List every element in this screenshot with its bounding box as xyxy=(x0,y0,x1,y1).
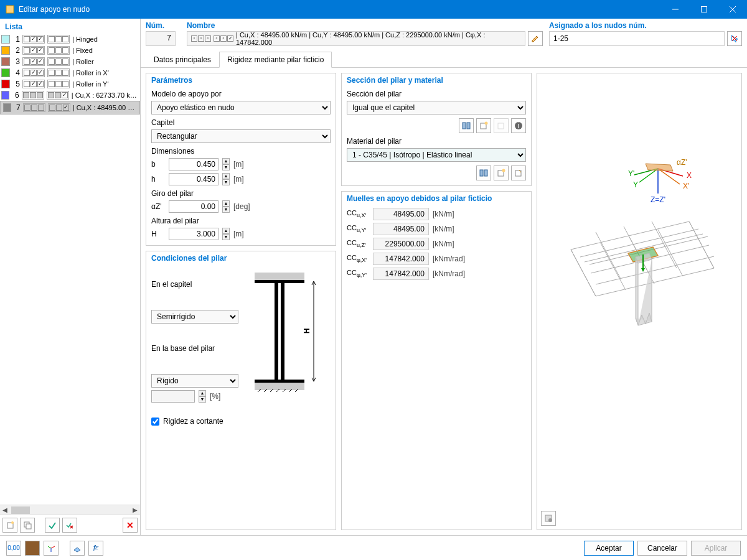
svg-rect-30 xyxy=(498,123,504,129)
list-item[interactable]: 5| Roller in Y' xyxy=(0,78,140,90)
tab-stiffness[interactable]: Rigidez mediante pilar ficticio xyxy=(219,52,332,68)
list-item[interactable]: 3| Roller xyxy=(0,56,140,67)
spring-row: CCφ,Y'147842.000[kNm/rad] xyxy=(347,268,526,280)
svg-point-29 xyxy=(485,122,488,125)
axis-button[interactable] xyxy=(44,541,59,556)
dim-b-spinner[interactable]: ▲▼ xyxy=(222,158,230,170)
svg-text:H: H xyxy=(303,328,311,334)
svg-rect-11 xyxy=(255,273,304,280)
svg-text:Y: Y xyxy=(633,180,638,189)
height-spinner[interactable]: ▲▼ xyxy=(222,228,230,240)
list-item[interactable]: 2| Fixed xyxy=(0,45,140,56)
function-button[interactable]: fE xyxy=(88,541,103,556)
preview-diagram: X X' Y' Y Z=Z' αZ' xyxy=(552,131,726,380)
copy-item-button[interactable] xyxy=(20,518,35,533)
svg-rect-2 xyxy=(702,7,707,12)
list-header: Lista xyxy=(0,19,140,34)
new-item-button[interactable] xyxy=(2,518,17,533)
svg-text:Z=Z': Z=Z' xyxy=(651,195,665,204)
edit-section-icon[interactable] xyxy=(494,118,509,133)
support-list[interactable]: 1| Hinged2| Fixed3| Roller4| Roller in X… xyxy=(0,34,140,505)
check-uncheck-button[interactable] xyxy=(62,518,77,533)
list-item[interactable]: 4| Roller in X' xyxy=(0,67,140,78)
library-icon[interactable] xyxy=(459,118,474,133)
left-panel: Lista 1| Hinged2| Fixed3| Roller4| Rolle… xyxy=(0,19,141,535)
parameters-group: Parámetros Modelo de apoyo por Apoyo elá… xyxy=(146,73,336,246)
column-diagram: H xyxy=(248,268,331,411)
pct-spinner: ▲▼ xyxy=(199,390,206,403)
svg-line-54 xyxy=(596,256,714,284)
dim-h-spinner[interactable]: ▲▼ xyxy=(222,173,230,185)
close-button[interactable] xyxy=(718,0,747,19)
cancel-button[interactable]: Cancelar xyxy=(637,541,687,556)
new-section-icon[interactable] xyxy=(476,118,491,133)
app-icon xyxy=(5,4,15,14)
horizontal-scrollbar[interactable]: ◀▶ xyxy=(0,505,140,515)
column-conditions-group: Condiciones del pilar En el capitel Semi… xyxy=(146,251,336,530)
angle-spinner[interactable]: ▲▼ xyxy=(222,200,230,213)
capitel-select[interactable]: Rectangular xyxy=(151,129,331,143)
model-view-button[interactable] xyxy=(70,541,85,556)
angle-input[interactable] xyxy=(169,200,218,213)
column-section-select[interactable]: Igual que el capitel xyxy=(347,101,526,114)
svg-line-58 xyxy=(51,546,55,548)
pick-nodes-button[interactable] xyxy=(727,31,742,46)
capitel-condition-select[interactable]: Semirrígido xyxy=(151,310,238,324)
svg-rect-0 xyxy=(6,6,14,13)
maximize-button[interactable] xyxy=(690,0,718,19)
minimize-button[interactable] xyxy=(661,0,690,19)
svg-text:i: i xyxy=(518,121,520,130)
svg-point-6 xyxy=(11,521,14,524)
num-field: 7 xyxy=(146,31,176,46)
spring-row: CCφ,X'147842.000[kNm/rad] xyxy=(347,253,526,265)
svg-text:X: X xyxy=(687,171,692,180)
svg-rect-15 xyxy=(255,380,304,383)
svg-rect-8 xyxy=(26,524,31,529)
svg-point-57 xyxy=(548,518,552,522)
dim-b-input[interactable] xyxy=(169,158,218,170)
info-icon[interactable]: i xyxy=(511,118,526,133)
list-item[interactable]: 6| Cu,X : 62733.70 kN/m xyxy=(0,90,140,101)
ok-button[interactable]: Aceptar xyxy=(584,541,634,556)
height-input[interactable] xyxy=(169,228,218,240)
name-label: Nombre xyxy=(187,21,543,30)
support-model-select[interactable]: Apoyo elástico en nudo xyxy=(151,101,331,114)
svg-line-49 xyxy=(601,243,626,290)
assigned-nodes-input[interactable] xyxy=(549,31,725,46)
svg-line-51 xyxy=(658,230,683,276)
list-item[interactable]: 7| Cu,X : 48495.00 kN/m xyxy=(0,101,140,114)
units-button[interactable]: 0,00 xyxy=(6,541,21,556)
svg-point-36 xyxy=(502,169,505,172)
color-button[interactable] xyxy=(25,541,40,556)
svg-text:αZ': αZ' xyxy=(677,158,687,167)
window-title: Editar apoyo en nudo xyxy=(19,5,661,14)
edit-name-button[interactable] xyxy=(528,31,543,46)
svg-rect-34 xyxy=(484,170,487,176)
svg-rect-33 xyxy=(480,170,483,176)
delete-button[interactable]: ✕ xyxy=(123,518,138,533)
svg-rect-27 xyxy=(467,123,470,129)
list-item[interactable]: 1| Hinged xyxy=(0,34,140,45)
tab-main-data[interactable]: Datos principales xyxy=(146,52,219,68)
svg-text:X': X' xyxy=(683,182,689,190)
springs-group: Muelles en apoyo debidos al pilar fictic… xyxy=(341,191,532,530)
check-green-button[interactable] xyxy=(45,518,60,533)
titlebar: Editar apoyo en nudo xyxy=(0,0,747,19)
new-material-icon[interactable] xyxy=(494,166,509,180)
svg-text:Y': Y' xyxy=(628,169,634,178)
section-material-group: Sección del pilar y material Sección del… xyxy=(341,73,532,186)
svg-rect-12 xyxy=(255,280,304,283)
edit-material-icon[interactable] xyxy=(511,166,526,180)
svg-rect-14 xyxy=(281,283,284,380)
base-condition-select[interactable]: Rígido xyxy=(151,374,238,388)
svg-line-59 xyxy=(48,546,51,548)
dim-h-input[interactable] xyxy=(169,173,218,185)
preview-settings-button[interactable] xyxy=(541,511,556,526)
spring-row: CCu,Z'2295000.00[kN/m] xyxy=(347,238,526,250)
svg-rect-26 xyxy=(463,123,466,129)
num-label: Núm. xyxy=(146,21,181,30)
shear-stiffness-checkbox[interactable] xyxy=(151,418,159,426)
column-material-select[interactable]: 1 - C35/45 | Isótropo | Elástico lineal xyxy=(347,148,526,162)
material-library-icon[interactable] xyxy=(476,166,491,180)
preview-3d: X X' Y' Y Z=Z' αZ' xyxy=(537,73,742,530)
